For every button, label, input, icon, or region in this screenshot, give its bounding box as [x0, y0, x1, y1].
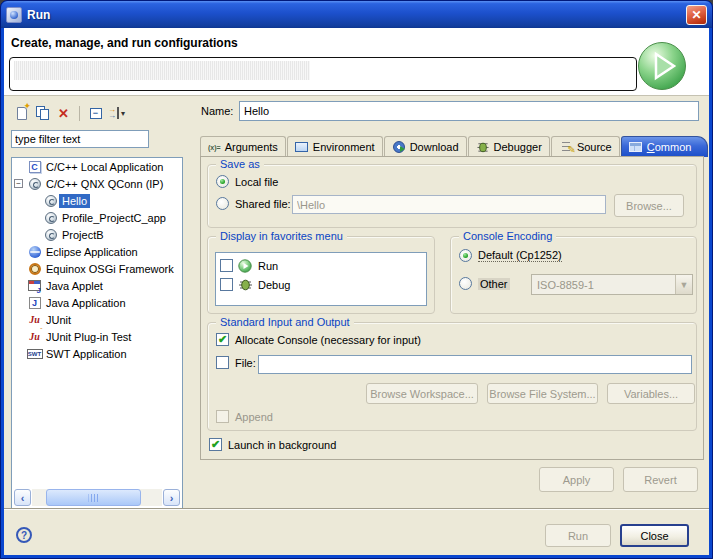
- new-configuration-button[interactable]: ✦: [11, 104, 32, 123]
- tree-item-java-application[interactable]: J Java Application: [12, 294, 182, 311]
- console-encoding-group: Console Encoding Default (Cp1252) Other …: [450, 236, 697, 314]
- file-path-input[interactable]: [258, 355, 692, 374]
- encoding-combobox[interactable]: ISO-8859-1 ▼: [531, 274, 693, 295]
- browse-filesystem-button[interactable]: Browse File System...: [487, 383, 598, 404]
- default-encoding-label: Default (Cp1252): [478, 249, 562, 262]
- favorite-run-checkbox[interactable]: [220, 259, 233, 272]
- launch-in-background-label: Launch in background: [228, 439, 336, 451]
- collapse-all-button[interactable]: −: [85, 104, 106, 123]
- tab-environment[interactable]: Environment: [287, 136, 383, 157]
- configurations-panel: ✦ ✕ − → →: [9, 101, 185, 513]
- tab-common[interactable]: Common: [621, 136, 709, 157]
- filter-dropdown-caret-icon: ▾: [121, 109, 125, 118]
- duplicate-icon: [36, 106, 50, 121]
- window-title: Run: [27, 8, 50, 22]
- scroll-right-button[interactable]: ›: [163, 489, 180, 506]
- tree-item-eclipse-application[interactable]: Eclipse Application: [12, 243, 182, 260]
- shared-file-radio[interactable]: [216, 197, 229, 210]
- filter-input[interactable]: [11, 130, 149, 148]
- favorite-debug-label: Debug: [258, 279, 290, 291]
- shared-file-input[interactable]: [292, 195, 606, 214]
- tree-item-hello[interactable]: Hello: [12, 192, 182, 209]
- tab-source[interactable]: ✎ Source: [551, 136, 620, 157]
- name-input[interactable]: [239, 101, 699, 121]
- file-buttons-row: Browse Workspace... Browse File System..…: [366, 383, 695, 404]
- dialog-frame: Create, manage, and run configurations: [4, 28, 709, 555]
- other-encoding-option: Other: [459, 277, 510, 290]
- footer-buttons: Run Close: [545, 524, 689, 547]
- arguments-icon: (x)=: [208, 141, 221, 153]
- tree-horizontal-scrollbar[interactable]: ‹ ›: [14, 489, 180, 506]
- tab-bar: (x)= Arguments Environment Download: [200, 135, 704, 157]
- tab-arguments[interactable]: (x)= Arguments: [200, 136, 286, 157]
- tree-item-swt-application[interactable]: SWT SWT Application: [12, 345, 182, 362]
- file-checkbox[interactable]: [216, 356, 229, 369]
- allocate-console-option: ✔ Allocate Console (necessary for input): [216, 333, 421, 346]
- tree-item-junit-plugin-test[interactable]: Ju˚ JUnit Plug-in Test: [12, 328, 182, 345]
- pencil-icon: ✎: [567, 144, 575, 155]
- close-button[interactable]: Close: [620, 524, 689, 547]
- toolbar-separator: [79, 106, 80, 121]
- collapse-toggle-icon[interactable]: −: [14, 179, 23, 188]
- tree-item-cpp-qnx-qconn[interactable]: − C/C++ QNX QConn (IP): [12, 175, 182, 192]
- run-button[interactable]: Run: [545, 524, 611, 547]
- combo-dropdown-icon[interactable]: ▼: [675, 275, 692, 294]
- launch-config-icon: [42, 227, 59, 242]
- favorite-run-label: Run: [258, 260, 278, 272]
- tree-item-profile-projectc[interactable]: Profile_ProjectC_app: [12, 209, 182, 226]
- browse-workspace-button[interactable]: Browse Workspace...: [366, 383, 478, 404]
- source-tree-icon: ✎: [559, 141, 573, 153]
- favorite-run-row[interactable]: Run: [220, 256, 422, 275]
- configurations-tree: C C/C++ Local Application − C/C++ QNX QC…: [11, 157, 183, 509]
- dialog-body: ✦ ✕ − → →: [4, 96, 709, 508]
- scroll-left-button[interactable]: ‹: [14, 489, 31, 506]
- tree-item-java-applet[interactable]: J Java Applet: [12, 277, 182, 294]
- environment-icon: [295, 141, 309, 153]
- tab-debugger[interactable]: Debugger: [468, 136, 550, 157]
- close-window-button[interactable]: ✕: [686, 5, 707, 25]
- launch-in-background-checkbox[interactable]: ✔: [209, 438, 222, 451]
- run-icon: [238, 259, 253, 273]
- delete-icon: ✕: [58, 106, 69, 121]
- favorites-group: Display in favorites menu Run: [207, 236, 435, 314]
- default-encoding-radio[interactable]: [459, 249, 472, 262]
- duplicate-configuration-button[interactable]: [32, 104, 53, 123]
- shared-file-browse-button[interactable]: Browse...: [614, 194, 684, 217]
- tree-item-projectb[interactable]: ProjectB: [12, 226, 182, 243]
- debugger-bug-icon: [476, 141, 490, 153]
- delete-configuration-button[interactable]: ✕: [53, 104, 74, 123]
- tree-item-equinox-osgi[interactable]: Equinox OSGi Framework: [12, 260, 182, 277]
- favorite-debug-row[interactable]: Debug: [220, 275, 422, 294]
- local-file-label: Local file: [235, 176, 278, 188]
- equinox-icon: [26, 261, 43, 276]
- revert-button[interactable]: Revert: [623, 467, 698, 492]
- favorite-debug-checkbox[interactable]: [220, 278, 233, 291]
- local-file-radio[interactable]: [216, 175, 229, 188]
- variables-button[interactable]: Variables...: [607, 383, 695, 404]
- save-as-group: Save as Local file Shared file: Browse..…: [207, 164, 697, 228]
- dialog-icon: [6, 7, 22, 23]
- junit-plugin-icon: Ju˚: [26, 329, 43, 344]
- allocate-console-checkbox[interactable]: ✔: [216, 333, 229, 346]
- run-banner-icon: [636, 40, 688, 92]
- help-button[interactable]: ?: [16, 527, 32, 543]
- scrollbar-thumb[interactable]: [46, 489, 141, 506]
- tree-item-junit[interactable]: Ju JUnit: [12, 311, 182, 328]
- stdio-title: Standard Input and Output: [216, 316, 354, 328]
- other-encoding-radio[interactable]: [459, 277, 472, 290]
- scrollbar-track[interactable]: [32, 489, 162, 506]
- tab-download[interactable]: Download: [384, 136, 467, 157]
- message-area: [9, 57, 637, 91]
- name-row: Name:: [201, 101, 699, 121]
- default-encoding-option: Default (Cp1252): [459, 249, 562, 262]
- append-checkbox[interactable]: [216, 410, 229, 423]
- check-icon: ✔: [211, 439, 220, 450]
- save-as-title: Save as: [216, 158, 264, 170]
- c-application-icon: C: [26, 159, 43, 174]
- configuration-detail-panel: Name: (x)= Arguments Environment Downloa…: [196, 96, 708, 508]
- dialog-footer: ? Run Close: [4, 508, 709, 555]
- tree-item-cpp-local-application[interactable]: C C/C++ Local Application: [12, 158, 182, 175]
- filter-configurations-button[interactable]: → → ▾: [106, 104, 127, 123]
- shared-file-label: Shared file:: [235, 198, 291, 210]
- apply-button[interactable]: Apply: [539, 467, 614, 492]
